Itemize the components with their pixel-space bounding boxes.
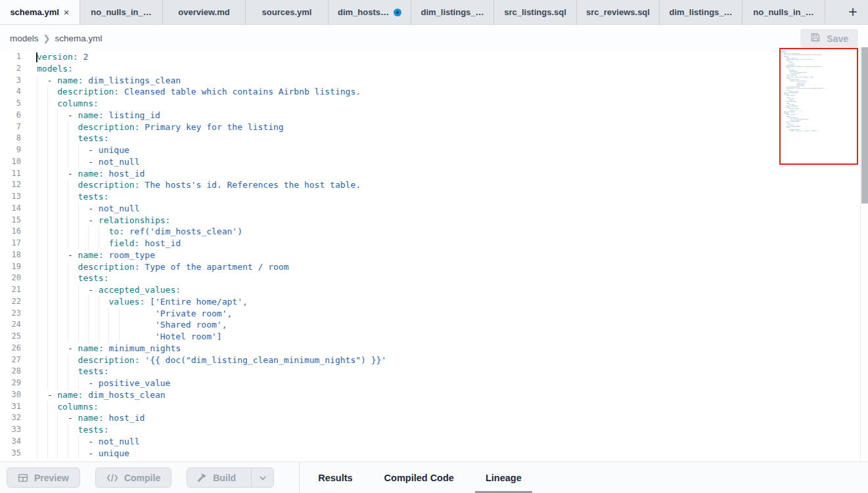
code-line-text: - name: host_id [21,412,145,424]
line-number: 5 [0,98,21,110]
code-line[interactable]: 25 'Hotel room'] [0,331,860,343]
code-line-text: - not_null [21,203,139,215]
code-line[interactable]: 24 'Shared room', [0,319,860,331]
code-line-text: - unique [21,144,129,156]
file-tab-schema.yml[interactable]: schema.yml× [0,0,80,24]
line-number: 34 [0,436,21,448]
button-label: Compile [124,473,160,483]
code-line[interactable]: 4description: Cleansed table which conta… [0,86,860,98]
hammer-icon [196,473,207,483]
code-line[interactable]: 19description: Type of the apartment / r… [0,261,860,273]
code-line[interactable]: 20tests: [0,272,860,284]
code-line-text: tests: [21,272,109,284]
code-line-text: tests: [21,191,109,203]
code-line[interactable]: 27description: '{{ doc("dim_listing_clea… [0,354,860,366]
code-line[interactable]: 21- accepted_values: [0,284,860,296]
code-line[interactable]: 22values: ['Entire home/apt', [0,296,860,308]
panel-tab-lineage[interactable]: Lineage [470,462,537,493]
line-number: 24 [0,319,21,331]
panel-tab-results[interactable]: Results [302,462,368,493]
file-tab-label: dim_listings_… [421,7,484,17]
code-line[interactable]: 1version: 2 [0,51,860,63]
line-number: 7 [0,121,21,133]
preview-button[interactable]: Preview [7,467,80,488]
line-number: 17 [0,238,21,249]
code-line[interactable]: 9- unique [0,144,860,156]
save-icon [810,32,821,45]
code-line-text: tests: [21,424,109,436]
code-line[interactable]: 15- relationships: [0,215,860,226]
file-tab-label: dim_hosts… [338,7,389,17]
code-line[interactable]: 7description: Primary key for the listin… [0,121,860,133]
breadcrumb-folder[interactable]: models [10,33,39,43]
file-tab-dim_hosts[interactable]: dim_hosts… [329,0,411,24]
file-tab-dim_listings_[interactable]: dim_listings_… [411,0,494,24]
code-line-text: - positive_value [21,377,170,389]
file-tab-no_nulls_in_[interactable]: no_nulls_in_… [742,0,825,24]
vertical-scrollbar[interactable] [860,47,868,461]
compile-button[interactable]: Compile [95,467,171,488]
line-number: 18 [0,249,21,261]
build-main[interactable]: Build [187,468,245,487]
file-tab-src_listings.sql[interactable]: src_listings.sql [494,0,577,24]
line-number: 4 [0,86,21,98]
code-line[interactable]: 13tests: [0,191,860,203]
code-line[interactable]: 12description: The hosts's id. Reference… [0,179,860,191]
code-line-text: description: Cleansed table which contai… [21,86,361,98]
code-line-text: - not_null [21,156,139,168]
code-line[interactable]: 5columns: [0,98,860,110]
line-number: 31 [0,401,21,413]
code-line[interactable]: 16to: ref('dim_hosts_clean') [0,226,860,238]
code-line[interactable]: 6- name: listing_id [0,110,860,121]
code-line[interactable]: 2models: [0,63,860,75]
code-line[interactable]: 14- not_null [0,203,860,215]
code-line[interactable]: 23 'Private room', [0,308,860,320]
code-line[interactable]: 33tests: [0,424,860,436]
result-panel-tabs: ResultsCompiled CodeLineage [299,462,537,493]
new-tab-button[interactable]: + [838,0,868,24]
file-tab-label: no_nulls_in_… [753,7,813,17]
file-tab-overview.md[interactable]: overview.md [163,0,246,24]
code-editor[interactable]: 1version: 22models:3- name: dim_listings… [0,51,860,461]
panel-tab-compiled-code[interactable]: Compiled Code [369,462,470,493]
code-line[interactable]: 31columns: [0,401,860,413]
code-line[interactable]: 10- not_null [0,156,860,168]
code-line-text: description: '{{ doc("dim_listing_clean_… [21,354,386,366]
button-label: Preview [34,473,69,483]
file-tab-src_reviews.sql[interactable]: src_reviews.sql [577,0,660,24]
code-line[interactable]: 17field: host_id [0,238,860,249]
line-number: 10 [0,156,21,168]
code-line[interactable]: 26- name: minimum_nights [0,343,860,354]
code-line-text: 'Hotel room'] [21,331,222,343]
line-number: 20 [0,272,21,284]
bottom-action-bar: PreviewCompileBuild ResultsCompiled Code… [0,461,868,493]
code-line-text: - name: room_type [21,249,155,261]
file-tab-sources.yml[interactable]: sources.yml [246,0,329,24]
code-line[interactable]: 34- not_null [0,436,860,448]
line-number: 15 [0,215,21,226]
file-tab-no_nulls_in_[interactable]: no_nulls_in_… [80,0,163,24]
code-line[interactable]: 8tests: [0,133,860,144]
code-line[interactable]: 11- name: host_id [0,168,860,180]
panel-tab-label: Compiled Code [384,473,454,483]
minimap[interactable]: version: 2models: - name: dim_listings_c… [781,50,857,163]
build-dropdown-button[interactable] [251,468,273,487]
code-line[interactable]: 18- name: room_type [0,249,860,261]
code-line[interactable]: 28tests: [0,366,860,377]
build-button[interactable]: Build [187,467,274,488]
code-line-text: 'Shared room', [21,319,227,331]
line-number: 11 [0,168,21,180]
scrollbar-thumb[interactable] [861,47,868,204]
code-line-text: description: The hosts's id. References … [21,179,361,191]
close-icon[interactable]: × [64,7,70,17]
code-line[interactable]: 35- unique [0,448,860,460]
code-line-text: models: [21,63,73,75]
code-line[interactable]: 30- name: dim_hosts_clean [0,389,860,401]
code-line[interactable]: 32- name: host_id [0,412,860,424]
code-line-text: - not_null [21,436,139,448]
code-line[interactable]: 29- positive_value [0,377,860,389]
file-tab-dim_listings_[interactable]: dim_listings_… [660,0,742,24]
save-button[interactable]: Save [800,29,858,48]
breadcrumb-file: schema.yml [55,33,102,43]
code-line[interactable]: 3- name: dim_listings_clean [0,75,860,87]
